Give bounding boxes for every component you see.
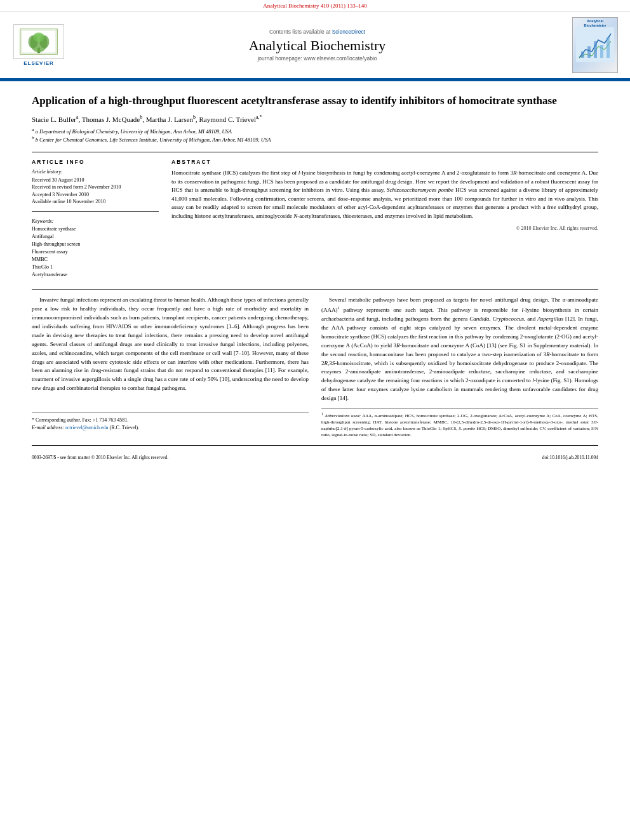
footer-copyright: 0003-2697/$ - see front matter © 2010 El… [32,455,168,460]
keyword-4: Fluorescent assay [32,248,159,256]
journal-header: ELSEVIER Contents lists available at Sci… [0,12,630,79]
svg-rect-8 [581,51,584,58]
abstract-header: ABSTRACT [171,159,598,165]
abstract-col: ABSTRACT Homocitrate synthase (HCS) cata… [171,159,598,279]
abstract-text: Homocitrate synthase (HCS) catalyzes the… [171,169,598,220]
thumbnail-image: AnalyticalBiochemistry [572,17,618,73]
journal-citation: Analytical Biochemistry 410 (2011) 133–1… [263,3,367,9]
affiliation-a: a a Department of Biological Chemistry, … [32,127,598,136]
divider-2 [32,289,598,290]
top-bar: Analytical Biochemistry 410 (2011) 133–1… [0,0,630,12]
keyword-7: Acetyltransferase [32,271,159,279]
received-date: Received 30 August 2010 [32,177,159,183]
body-para-2: Several metabolic pathways have been pro… [321,296,598,403]
keyword-5: MMBC [32,256,159,263]
footnote-text: 1 Abbreviations used: AAA, α-aminoadipat… [321,411,598,439]
contents-line: Contents lists available at ScienceDirec… [67,29,567,35]
journal-thumbnail: AnalyticalBiochemistry [572,17,620,73]
corresponding-author-box: * Corresponding author. Fax: +1 734 763 … [32,412,309,432]
svg-point-4 [33,32,44,42]
svg-rect-10 [594,41,597,58]
article-info-header: ARTICLE INFO [32,159,159,165]
body-left-col: Invasive fungal infections represent an … [32,296,309,439]
thumb-title: AnalyticalBiochemistry [584,19,607,27]
sciencedirect-link[interactable]: ScienceDirect [332,29,365,35]
authors-line: Stacie L. Bulfera, Thomas J. McQuadeb, M… [32,114,598,123]
keyword-6: ThioGlo 1 [32,263,159,271]
footer-doi: doi:10.1016/j.ab.2010.11.004 [542,455,598,460]
body-text: Invasive fungal infections represent an … [32,296,598,439]
affiliations: a a Department of Biological Chemistry, … [32,127,598,144]
svg-rect-9 [587,46,591,58]
affiliation-b: b b Center for Chemical Genomics, Life S… [32,135,598,144]
keyword-3: High-throughput screen [32,241,159,248]
elsevier-logo-image [13,24,64,59]
svg-rect-11 [600,45,603,58]
received-revised-date: Received in revised form 2 November 2010 [32,183,159,190]
journal-homepage: journal homepage: www.elsevier.com/locat… [67,55,567,62]
available-date: Available online 10 November 2010 [32,198,159,205]
footer-bottom: 0003-2697/$ - see front matter © 2010 El… [32,455,598,460]
body-para-1: Invasive fungal infections represent an … [32,296,309,393]
elsevier-label: ELSEVIER [23,60,54,66]
body-right-col: Several metabolic pathways have been pro… [321,296,598,439]
corr-note-1: * Corresponding author. Fax: +1 734 763 … [32,417,309,424]
journal-title-center: Contents lists available at ScienceDirec… [67,29,567,62]
article-info-col: ARTICLE INFO Article history: Received 3… [32,159,159,279]
keywords-label: Keywords: [32,218,159,224]
email-link[interactable]: rctrievel@umich.edu [65,425,109,430]
history-label: Article history: [32,169,159,175]
divider-1 [32,152,598,152]
article-footer: 0003-2697/$ - see front matter © 2010 El… [32,445,598,460]
journal-main-title: Analytical Biochemistry [67,37,567,54]
article-history: Article history: Received 30 August 2010… [32,169,159,205]
footnote-section: 1 Abbreviations used: AAA, α-aminoadipat… [321,408,598,439]
svg-rect-12 [607,37,610,58]
corr-note-2: E-mail address: rctrievel@umich.edu (R.C… [32,424,309,432]
article-title: Application of a high-throughput fluores… [32,94,598,108]
copyright-line: © 2010 Elsevier Inc. All rights reserved… [171,225,598,231]
divider-keywords [32,211,159,212]
keyword-1: Homocitrate synthase [32,225,159,233]
main-content: Application of a high-throughput fluores… [0,81,630,473]
keywords-block: Keywords: Homocitrate synthase Antifunga… [32,218,159,279]
keyword-2: Antifungal [32,233,159,241]
elsevier-logo: ELSEVIER [10,24,67,66]
accepted-date: Accepted 3 November 2010 [32,191,159,198]
thumb-graphic [576,27,614,62]
article-info-abstract: ARTICLE INFO Article history: Received 3… [32,159,598,279]
